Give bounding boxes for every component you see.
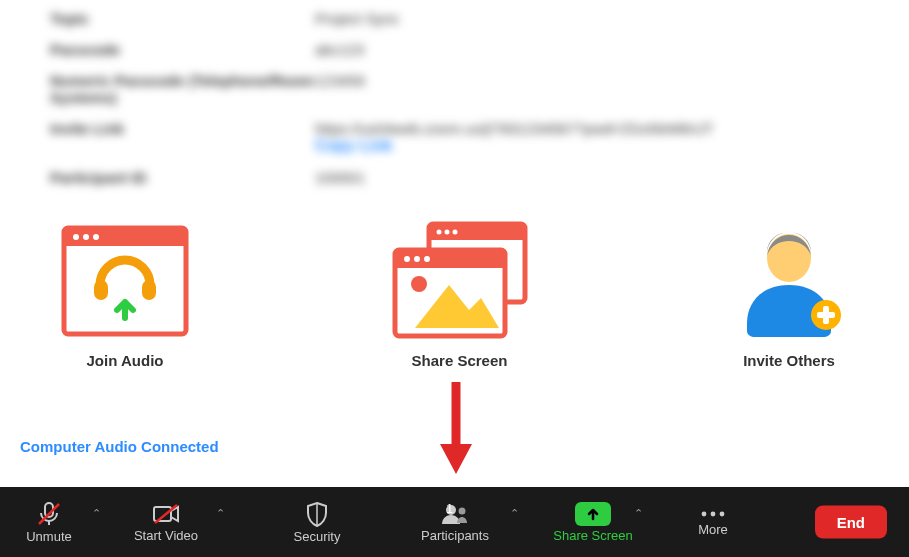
participants-count: 1 — [446, 501, 453, 516]
svg-rect-6 — [142, 280, 156, 300]
svg-point-33 — [459, 507, 466, 514]
svg-point-36 — [720, 511, 725, 516]
participants-button[interactable]: 1 Participants — [400, 487, 510, 557]
join-audio-icon — [60, 220, 190, 340]
svg-rect-5 — [94, 280, 108, 300]
share-screen-button[interactable]: Share Screen — [538, 487, 648, 557]
join-audio-tile[interactable]: Join Audio — [60, 220, 190, 369]
start-video-button[interactable]: Start Video — [116, 487, 216, 557]
info-value: 100001 — [315, 169, 365, 186]
svg-rect-8 — [429, 224, 525, 240]
svg-point-17 — [411, 276, 427, 292]
info-value: abc123 — [315, 41, 364, 58]
svg-point-4 — [93, 234, 99, 240]
info-row: Invite Link https://us04web.zoom.us/j/78… — [50, 120, 859, 155]
more-dots-icon — [699, 508, 727, 520]
info-row: Participant ID 100001 — [50, 169, 859, 186]
info-label: Numeric Passcode (Telephone/Room Systems… — [50, 72, 315, 106]
info-row: Topic Project Sync — [50, 10, 859, 27]
invite-others-icon — [729, 220, 849, 340]
security-label: Security — [294, 529, 341, 544]
info-label: Passcode — [50, 41, 315, 58]
invite-others-label: Invite Others — [743, 352, 835, 369]
share-screen-pill — [575, 502, 611, 526]
participants-options-chevron-icon[interactable]: ⌃ — [510, 507, 519, 520]
svg-point-34 — [702, 511, 707, 516]
svg-point-15 — [414, 256, 420, 262]
svg-point-10 — [444, 230, 449, 235]
svg-point-35 — [711, 511, 716, 516]
share-screen-tile[interactable]: Share Screen — [385, 220, 535, 369]
start-video-label: Start Video — [134, 528, 198, 543]
svg-marker-24 — [440, 444, 472, 474]
share-options-chevron-icon[interactable]: ⌃ — [634, 507, 643, 520]
copy-link[interactable]: Copy Link — [315, 137, 713, 155]
svg-point-3 — [83, 234, 89, 240]
join-audio-label: Join Audio — [87, 352, 164, 369]
meeting-toolbar: Unmute ⌃ Start Video ⌃ Security 1 Partic… — [0, 487, 909, 557]
svg-rect-1 — [64, 228, 186, 246]
more-button[interactable]: More — [678, 487, 748, 557]
unmute-button[interactable]: Unmute — [10, 487, 88, 557]
svg-rect-22 — [817, 312, 835, 318]
svg-point-19 — [767, 234, 811, 282]
info-label: Participant ID — [50, 169, 315, 186]
share-screen-label: Share Screen — [412, 352, 508, 369]
audio-status: Computer Audio Connected — [20, 438, 219, 455]
info-value-wrap: https://us04web.zoom.us/j/7831234567?pwd… — [315, 120, 713, 155]
meeting-info: Topic Project Sync Passcode abc123 Numer… — [0, 0, 909, 186]
more-label: More — [698, 522, 728, 537]
svg-rect-13 — [395, 250, 505, 268]
invite-others-tile[interactable]: Invite Others — [729, 220, 849, 369]
unmute-label: Unmute — [26, 529, 72, 544]
info-label: Invite Link — [50, 120, 315, 155]
svg-point-14 — [404, 256, 410, 262]
info-value: 123456 — [315, 72, 365, 106]
info-value: Project Sync — [315, 10, 399, 27]
info-value: https://us04web.zoom.us/j/7831234567?pwd… — [315, 120, 713, 137]
action-tiles: Join Audio Share Screen Invite Others — [0, 200, 909, 369]
security-button[interactable]: Security — [272, 487, 362, 557]
participants-icon — [440, 502, 470, 526]
video-options-chevron-icon[interactable]: ⌃ — [216, 507, 225, 520]
share-screen-toolbar-label: Share Screen — [553, 528, 633, 543]
info-row: Passcode abc123 — [50, 41, 859, 58]
audio-options-chevron-icon[interactable]: ⌃ — [92, 507, 101, 520]
microphone-muted-icon — [36, 501, 62, 527]
svg-point-11 — [452, 230, 457, 235]
video-off-icon — [152, 502, 180, 526]
svg-point-9 — [436, 230, 441, 235]
participants-label: Participants — [421, 528, 489, 543]
svg-point-16 — [424, 256, 430, 262]
info-row: Numeric Passcode (Telephone/Room Systems… — [50, 72, 859, 106]
shield-icon — [305, 501, 329, 527]
annotation-arrow-icon — [436, 378, 476, 478]
info-label: Topic — [50, 10, 315, 27]
end-button[interactable]: End — [815, 506, 887, 539]
svg-rect-28 — [154, 507, 171, 521]
share-arrow-up-icon — [586, 507, 600, 521]
share-screen-icon — [385, 220, 535, 340]
svg-point-2 — [73, 234, 79, 240]
